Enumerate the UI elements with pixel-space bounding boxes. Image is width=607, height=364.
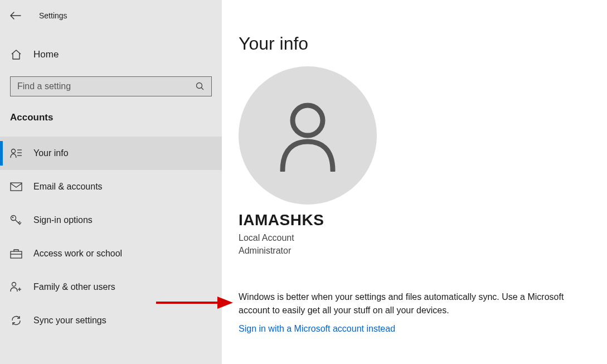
sidebar-item-label: Email & accounts	[33, 182, 103, 192]
sync-icon	[10, 314, 22, 327]
briefcase-icon	[10, 247, 22, 260]
home-nav[interactable]: Home	[0, 42, 222, 67]
account-type: Local Account	[239, 231, 590, 244]
sidebar-item-label: Sync your settings	[33, 316, 106, 326]
back-button[interactable]	[9, 9, 22, 22]
email-icon	[10, 181, 22, 193]
svg-rect-9	[11, 251, 22, 258]
svg-point-2	[12, 149, 16, 153]
signin-microsoft-link[interactable]: Sign in with a Microsoft account instead	[239, 324, 395, 334]
account-role: Administrator	[239, 244, 590, 257]
svg-line-1	[201, 88, 203, 90]
sidebar-item-label: Access work or school	[33, 249, 122, 259]
avatar	[239, 66, 377, 205]
search-input[interactable]	[11, 77, 195, 96]
sidebar-item-work-school[interactable]: Access work or school	[0, 237, 222, 270]
key-icon	[10, 214, 22, 226]
sidebar-item-label: Your info	[33, 148, 69, 158]
svg-point-11	[12, 283, 16, 287]
sidebar-item-label: Family & other users	[33, 282, 115, 292]
settings-sidebar: Settings Home Accounts	[0, 0, 222, 364]
header-row: Settings	[0, 5, 222, 26]
arrow-left-icon	[10, 12, 21, 20]
sidebar-item-your-info[interactable]: Your info	[0, 137, 222, 170]
search-icon	[195, 81, 206, 92]
svg-point-8	[12, 217, 13, 218]
user-card-icon	[10, 147, 22, 159]
category-heading: Accounts	[0, 112, 222, 123]
users-add-icon	[10, 281, 22, 293]
svg-point-14	[293, 105, 323, 135]
sidebar-item-sync[interactable]: Sync your settings	[0, 304, 222, 337]
sidebar-item-signin-options[interactable]: Sign-in options	[0, 203, 222, 237]
sync-description: Windows is better when your settings and…	[239, 290, 573, 317]
svg-rect-6	[11, 183, 22, 191]
user-placeholder-icon	[277, 99, 338, 172]
sidebar-item-family[interactable]: Family & other users	[0, 270, 222, 304]
page-title: Your info	[239, 33, 590, 54]
sidebar-item-label: Sign-in options	[33, 215, 93, 225]
home-icon	[10, 48, 22, 61]
main-content: Your info IAMASHKS Local Account Adminis…	[222, 0, 607, 364]
username: IAMASHKS	[239, 211, 590, 229]
svg-point-0	[197, 83, 202, 89]
header-title: Settings	[39, 11, 67, 20]
sidebar-item-email[interactable]: Email & accounts	[0, 170, 222, 203]
search-container[interactable]	[10, 76, 212, 96]
home-label: Home	[33, 49, 59, 60]
